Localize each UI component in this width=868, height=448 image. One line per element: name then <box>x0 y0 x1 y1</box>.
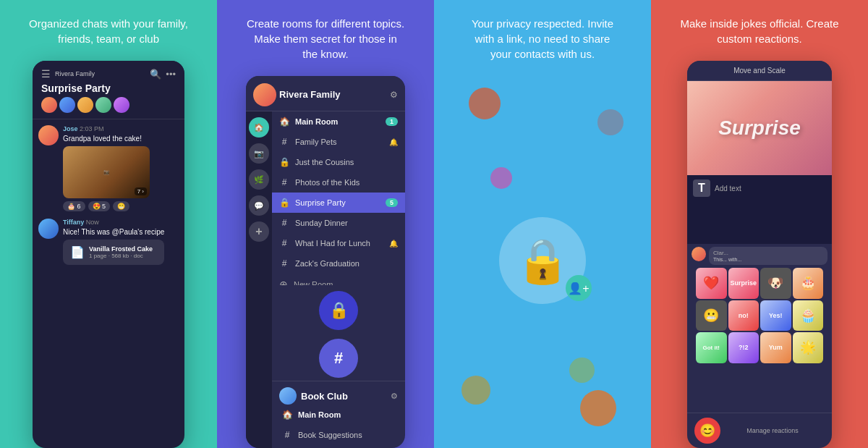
sender-tiffany: Tiffany Now <box>63 219 179 226</box>
reaction-thumb-3[interactable]: 🐶 <box>760 268 791 299</box>
reaction-thumb-10[interactable]: ?!2 <box>728 332 760 363</box>
message-2: Tiffany Now Nice! This was @Paula's reci… <box>38 219 179 265</box>
floating-avatar-5 <box>490 167 512 189</box>
new-room-button[interactable]: ⊕ New Room <box>272 274 405 285</box>
reaction-grin[interactable]: 😁 <box>113 201 129 211</box>
room-photos-kids[interactable]: # Photos of the Kids <box>272 172 405 193</box>
surprise-image: Surprise <box>687 81 832 175</box>
file-attachment[interactable]: 📄 Vanilla Frosted Cake 1 page · 568 kb ·… <box>63 240 164 265</box>
reaction-thumb-8[interactable]: 🧁 <box>793 300 824 331</box>
sidebar-chat[interactable]: 💬 <box>249 195 269 216</box>
text-tool-icon[interactable]: T <box>693 179 710 197</box>
hash-icon-4: # <box>279 238 289 248</box>
jose-avatar <box>38 125 59 145</box>
chat-body: Jose 2:03 PM Grandpa loved the cake! 📷 7… <box>33 119 184 448</box>
sidebar-home[interactable]: 🏠 <box>249 117 269 138</box>
phone-mockup-2: Rivera Family ⚙ 🏠 📷 🌿 💬 + 🏠 Mai <box>246 76 405 448</box>
floating-avatar-2 <box>597 109 624 135</box>
mute-icon-1: 🔔 <box>389 138 398 146</box>
reaction-thumb-2[interactable]: Surprise <box>728 268 760 299</box>
reaction-thumb-9[interactable]: Got it! <box>696 332 727 363</box>
hash-icon-2: # <box>279 177 289 187</box>
hamburger-icon[interactable]: ☰ <box>41 68 51 80</box>
reactions-grid: ❤️ Surprise 🐶 🎂 😬 no! Yes! 🧁 Got it! ?!2… <box>692 268 827 366</box>
rooms-main: 🏠 Main Room 1 # Family Pets 🔔 🔒 Just the… <box>272 111 405 448</box>
canvas-area: Surprise T Add text <box>687 81 832 244</box>
reaction-thumb-6[interactable]: no! <box>728 300 760 331</box>
room-main-room[interactable]: 🏠 Main Room 1 <box>272 111 405 132</box>
floating-avatar-1 <box>469 88 501 119</box>
search-icon[interactable]: 🔍 <box>150 69 161 80</box>
reaction-cake[interactable]: 🎂 6 <box>63 201 85 211</box>
room-name-main: Main Room <box>295 117 380 126</box>
hash-icon-3: # <box>279 218 289 228</box>
tiffany-avatar <box>38 219 59 239</box>
room-name-graduation: Zack's Graduation <box>295 259 398 268</box>
floating-avatar-4 <box>580 390 616 426</box>
room-name-cousins: Just the Cousins <box>295 158 398 166</box>
group-name-small: Rivera Family <box>55 70 95 77</box>
chat-preview-text: This... with... <box>713 257 823 262</box>
book-club-suggestions[interactable]: # Book Suggestions <box>279 425 398 445</box>
phone-mockup-1: ☰ Rivera Family 🔍 ••• Surprise Party <box>33 61 184 448</box>
room-graduation[interactable]: # Zack's Graduation <box>272 253 405 274</box>
room-sunday-dinner[interactable]: # Sunday Dinner <box>272 213 405 233</box>
lock-big-button[interactable]: 🔒 <box>319 291 358 330</box>
lock-icon-1: 🔒 <box>279 157 289 167</box>
reaction-thumb-4[interactable]: 🎂 <box>793 268 824 299</box>
room-lunch[interactable]: # What I Had for Lunch 🔔 <box>272 233 405 253</box>
lock-icon-active: 🔒 <box>279 198 289 208</box>
book-club-main-room-label: Main Room <box>298 410 391 419</box>
room-name-family-pets: Family Pets <box>295 138 383 146</box>
settings-icon[interactable]: ⚙ <box>390 90 398 100</box>
panel-2-tagline: Create rooms for different topics. Make … <box>246 16 405 62</box>
book-club-main-room[interactable]: 🏠 Main Room <box>279 405 398 425</box>
lock-illustration: 🔒 👤+ <box>499 217 586 304</box>
message-1-content: Jose 2:03 PM Grandpa loved the cake! 📷 7… <box>63 125 179 211</box>
avatar-4 <box>95 97 111 113</box>
sidebar-food[interactable]: 🌿 <box>249 169 269 190</box>
rooms-group-name: Rivera Family <box>279 89 341 100</box>
hash-big-button[interactable]: # <box>319 339 358 378</box>
reaction-thumb-5[interactable]: 😬 <box>696 300 727 331</box>
book-suggestions-label: Book Suggestions <box>298 431 391 439</box>
left-sidebar: 🏠 📷 🌿 💬 + <box>246 111 272 448</box>
reaction-thumb-12[interactable]: 🌟 <box>793 332 824 363</box>
chat-preview-sender: Clar... <box>713 250 823 256</box>
room-badge-surprise: 5 <box>386 198 398 207</box>
surprise-overlay-text: Surprise <box>718 117 801 140</box>
message-1-text: Grandpa loved the cake! <box>63 134 179 143</box>
reaction-thumb-11[interactable]: Yum <box>760 332 791 363</box>
room-name-surprise-party: Surprise Party <box>295 198 380 207</box>
chat-preview-bubble: Clar... This... with... <box>709 247 827 265</box>
file-icon: 📄 <box>70 245 85 259</box>
avatar-5 <box>114 97 129 113</box>
book-club-avatar <box>279 387 297 405</box>
emoji-button[interactable]: 😊 <box>694 418 720 444</box>
room-surprise-party[interactable]: 🔒 Surprise Party 5 <box>272 193 405 213</box>
message-2-text: Nice! This was @Paula's recipe <box>63 227 179 237</box>
panel-reactions: Make inside jokes official. Create custo… <box>651 0 868 448</box>
room-family-pets[interactable]: # Family Pets 🔔 <box>272 132 405 152</box>
room-badge-main: 1 <box>386 117 398 126</box>
book-club-name: Book Club <box>301 391 348 402</box>
floating-avatar-3 <box>461 376 490 405</box>
more-icon[interactable]: ••• <box>166 69 176 80</box>
book-club-settings-icon[interactable]: ⚙ <box>391 392 398 401</box>
panel-organized-chats: Organized chats with your family, friend… <box>0 0 217 448</box>
reaction-thumb-7[interactable]: Yes! <box>760 300 791 331</box>
bottom-reaction-bar: 😊 Manage reactions <box>687 413 832 448</box>
panel-3-tagline: Your privacy respected. Invite with a li… <box>463 16 622 62</box>
chat-title: Surprise Party <box>41 83 176 94</box>
reaction-heart-eyes[interactable]: 😍 5 <box>88 201 111 211</box>
floating-avatar-6 <box>569 358 595 383</box>
avatar-1 <box>41 97 57 113</box>
rooms-header: Rivera Family ⚙ <box>246 76 405 111</box>
canvas-header: Move and Scale <box>687 61 832 81</box>
reaction-thumb-1[interactable]: ❤️ <box>696 268 727 299</box>
sidebar-add[interactable]: + <box>249 221 269 242</box>
sidebar-camera[interactable]: 📷 <box>249 143 269 164</box>
chat-image[interactable]: 📷 7 › <box>63 146 150 198</box>
rooms-list: 🏠 Main Room 1 # Family Pets 🔔 🔒 Just the… <box>272 111 405 285</box>
room-cousins[interactable]: 🔒 Just the Cousins <box>272 152 405 172</box>
